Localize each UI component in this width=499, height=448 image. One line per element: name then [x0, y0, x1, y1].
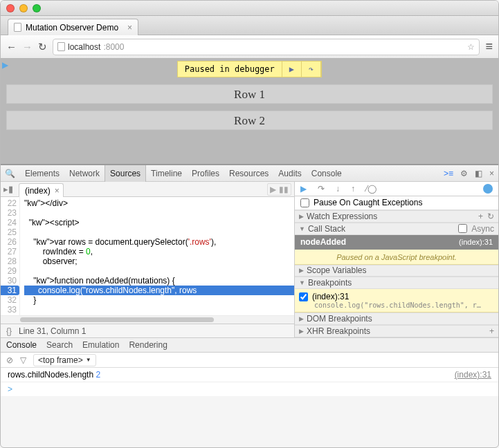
- breakpoints-panel-header[interactable]: ▼ Breakpoints: [295, 277, 498, 289]
- add-xhr-bp-icon[interactable]: +: [489, 326, 494, 336]
- clear-console-icon[interactable]: ⊘: [6, 355, 13, 365]
- step-into-button[interactable]: ↓: [336, 184, 340, 194]
- pause-reason-notice: Paused on a JavaScript breakpoint.: [295, 250, 498, 265]
- sources-pane: ▸▮ (index) × ▶▮▮ 22232425262728293031323…: [1, 182, 295, 337]
- debugger-resume-gutter[interactable]: ▶: [2, 60, 8, 70]
- tab-audits[interactable]: Audits: [278, 169, 301, 178]
- drawer-tab-search[interactable]: Search: [46, 340, 73, 350]
- pause-caught-label: Pause On Caught Exceptions: [314, 198, 422, 207]
- cursor-position: Line 31, Column 1: [19, 326, 86, 336]
- debugger-pane: ▶ ↷ ↓ ↑ ⁄◯ Pause On Caught Exceptions ▶ …: [295, 182, 498, 337]
- chevron-right-icon: ▶: [299, 328, 304, 335]
- breakpoint-enabled-checkbox[interactable]: [299, 292, 308, 301]
- breakpoint-item[interactable]: (index):31 console.log("rows.childNodes.…: [295, 289, 498, 312]
- tab-elements[interactable]: Elements: [25, 169, 60, 178]
- dom-bp-panel-header[interactable]: ▶ DOM Breakpoints: [295, 312, 498, 325]
- reload-button[interactable]: ↻: [38, 41, 47, 53]
- line-gutter[interactable]: 222324252627282930313233343536: [1, 197, 20, 315]
- page-icon: [14, 23, 21, 32]
- url-bar[interactable]: localhost:8000 ☆: [53, 39, 480, 55]
- console-log-line: rows.childNodes.length 2 (index):31: [1, 368, 498, 382]
- forward-button: →: [22, 41, 33, 53]
- minimize-window-icon[interactable]: [19, 4, 28, 12]
- browser-tab-strip: Mutation Observer Demo ×: [1, 16, 498, 35]
- filter-icon[interactable]: ▽: [20, 355, 26, 365]
- tab-network[interactable]: Network: [69, 169, 100, 178]
- url-host: localhost: [68, 42, 100, 52]
- file-tab[interactable]: (index) ×: [19, 183, 64, 197]
- menu-button[interactable]: ≡: [485, 39, 493, 54]
- close-file-tab-icon[interactable]: ×: [55, 186, 60, 196]
- xhr-bp-panel-header[interactable]: ▶ XHR Breakpoints +: [295, 325, 498, 337]
- chevron-right-icon: ▶: [299, 267, 304, 274]
- console-toolbar: ⊘ ▽ <top frame> ▼: [1, 353, 498, 368]
- file-tab-bar: ▸▮ (index) × ▶▮▮: [1, 182, 294, 197]
- chevron-right-icon: ▶: [299, 213, 304, 220]
- frame-name: nodeAdded: [300, 237, 346, 247]
- tab-profiles[interactable]: Profiles: [192, 169, 219, 178]
- pause-exceptions-toggle[interactable]: [483, 184, 493, 194]
- scrollbar-thumb[interactable]: [20, 317, 214, 322]
- content-row: Row 2: [6, 111, 493, 130]
- bookmark-star-icon[interactable]: ☆: [467, 42, 475, 52]
- chevron-right-icon: ▶: [299, 315, 304, 322]
- debugger-toolbar: ▶ ↷ ↓ ↑ ⁄◯: [295, 182, 498, 196]
- dock-side-icon[interactable]: ◧: [475, 169, 482, 178]
- editor-horizontal-scrollbar[interactable]: [1, 315, 294, 324]
- editor-status-bar: {} Line 31, Column 1: [1, 324, 294, 337]
- breakpoint-snippet: console.log("rows.childNodes.length", r…: [299, 301, 494, 309]
- chevron-down-icon: ▼: [299, 225, 305, 232]
- browser-tab[interactable]: Mutation Observer Demo ×: [8, 19, 138, 35]
- step-over-button[interactable]: ↷: [318, 184, 325, 194]
- chevron-down-icon: ▼: [86, 357, 91, 363]
- browser-tab-title: Mutation Observer Demo: [26, 23, 118, 32]
- console-log-source[interactable]: (index):31: [455, 370, 491, 380]
- pause-caught-checkbox[interactable]: [300, 198, 309, 207]
- close-tab-icon[interactable]: ×: [127, 23, 132, 32]
- show-drawer-icon[interactable]: >≡: [444, 169, 453, 178]
- paused-in-debugger-banner: Paused in debugger ▶ ↷: [177, 61, 323, 77]
- url-port: :8000: [103, 42, 124, 52]
- frame-selector[interactable]: <top frame> ▼: [33, 354, 96, 366]
- close-window-icon[interactable]: [6, 4, 15, 12]
- pretty-print-icon[interactable]: {}: [6, 326, 12, 336]
- add-watch-icon[interactable]: +: [478, 212, 483, 221]
- scope-panel-header[interactable]: ▶ Scope Variables: [295, 265, 498, 277]
- tab-console[interactable]: Console: [311, 169, 342, 178]
- show-navigator-icon[interactable]: ▸▮: [3, 184, 13, 194]
- deactivate-bp-button[interactable]: ⁄◯: [366, 184, 376, 194]
- search-icon[interactable]: 🔍: [5, 169, 15, 178]
- resume-play-icon[interactable]: ▶: [282, 62, 302, 77]
- tab-resources[interactable]: Resources: [229, 169, 269, 178]
- code-body[interactable]: "kw"></div> "kw"><script> "kw">var rows …: [20, 197, 294, 315]
- watch-panel-header[interactable]: ▶ Watch Expressions +↻: [295, 210, 498, 223]
- drawer-tab-rendering[interactable]: Rendering: [129, 340, 167, 350]
- drawer-tab-console[interactable]: Console: [6, 340, 37, 350]
- tab-timeline[interactable]: Timeline: [151, 169, 182, 178]
- refresh-watch-icon[interactable]: ↻: [487, 212, 494, 221]
- callstack-frame[interactable]: nodeAdded (index):31: [295, 235, 498, 250]
- page-viewport: ▶ Paused in debugger ▶ ↷ Row 1 Row 2: [1, 59, 498, 164]
- callstack-panel-header[interactable]: ▼ Call Stack Async: [295, 223, 498, 235]
- content-row: Row 1: [6, 84, 493, 104]
- resume-button[interactable]: ▶: [300, 184, 307, 194]
- browser-toolbar: ← → ↻ localhost:8000 ☆ ≡: [1, 35, 498, 59]
- step-over-icon[interactable]: ↷: [302, 62, 321, 77]
- async-checkbox[interactable]: [458, 224, 467, 233]
- tab-sources[interactable]: Sources: [105, 165, 146, 182]
- gear-icon[interactable]: ⚙: [460, 169, 468, 178]
- close-devtools-icon[interactable]: ×: [489, 169, 494, 178]
- breakpoint-location: (index):31: [312, 292, 349, 301]
- code-editor[interactable]: 222324252627282930313233343536 "kw"></di…: [1, 197, 294, 315]
- devtools-tabbar: 🔍 Elements Network Sources Timeline Prof…: [1, 164, 498, 182]
- drawer-tab-emulation[interactable]: Emulation: [82, 340, 119, 350]
- console-prompt[interactable]: >: [1, 382, 498, 396]
- editor-toggle-icons[interactable]: ▶▮▮: [267, 183, 291, 196]
- drawer-tabbar: Console Search Emulation Rendering: [1, 338, 498, 353]
- site-icon: [57, 42, 65, 51]
- zoom-window-icon[interactable]: [33, 4, 41, 12]
- step-out-button[interactable]: ↑: [351, 184, 355, 194]
- frame-location: (index):31: [459, 238, 493, 246]
- paused-text: Paused in debugger: [178, 62, 282, 77]
- back-button[interactable]: ←: [6, 41, 17, 53]
